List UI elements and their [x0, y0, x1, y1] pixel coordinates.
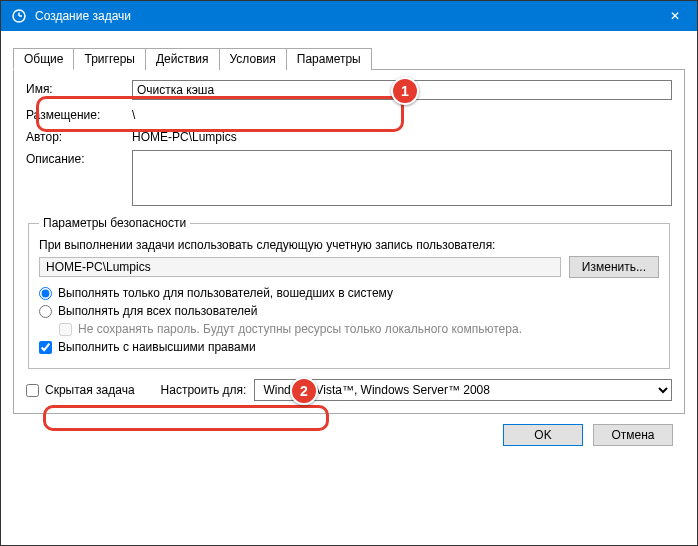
save-password-input — [59, 323, 72, 336]
tab-body-general: Имя: Размещение: \ Автор: HOME-PC\Lumpic… — [13, 70, 685, 414]
dialog-buttons: OK Отмена — [13, 414, 685, 458]
highest-priv-check[interactable]: Выполнить с наивысшими правами — [39, 340, 659, 354]
change-user-button[interactable]: Изменить... — [569, 256, 659, 278]
hidden-task-input[interactable] — [26, 384, 39, 397]
author-label: Автор: — [26, 128, 126, 144]
cancel-button[interactable]: Отмена — [593, 424, 673, 446]
tab-actions[interactable]: Действия — [145, 48, 220, 70]
location-value: \ — [132, 106, 135, 122]
configure-for-label: Настроить для: — [161, 383, 247, 397]
account-hint: При выполнении задачи использовать следу… — [39, 238, 659, 252]
security-group: Параметры безопасности При выполнении за… — [28, 216, 670, 369]
author-value: HOME-PC\Lumpics — [132, 128, 237, 144]
name-input[interactable] — [132, 80, 672, 100]
highest-priv-input[interactable] — [39, 341, 52, 354]
tab-bar: Общие Триггеры Действия Условия Параметр… — [13, 47, 685, 70]
window-title: Создание задачи — [35, 9, 131, 23]
description-label: Описание: — [26, 150, 126, 166]
highest-priv-label: Выполнить с наивысшими правами — [58, 340, 256, 354]
radio-logged-on-input[interactable] — [39, 287, 52, 300]
security-legend: Параметры безопасности — [39, 216, 190, 230]
clock-icon — [11, 8, 27, 24]
radio-logged-on[interactable]: Выполнять только для пользователей, воше… — [39, 286, 659, 300]
location-label: Размещение: — [26, 106, 126, 122]
hidden-task-label: Скрытая задача — [45, 383, 135, 397]
save-password-check: Не сохранять пароль. Будут доступны ресу… — [59, 322, 659, 336]
ok-button[interactable]: OK — [503, 424, 583, 446]
close-button[interactable]: ✕ — [652, 1, 697, 31]
titlebar: Создание задачи ✕ — [1, 1, 697, 31]
radio-any-user[interactable]: Выполнять для всех пользователей — [39, 304, 659, 318]
configure-for-select[interactable]: Windows Vista™, Windows Server™ 2008 — [254, 379, 672, 401]
tab-settings[interactable]: Параметры — [286, 48, 372, 70]
name-label: Имя: — [26, 80, 126, 96]
radio-logged-on-label: Выполнять только для пользователей, воше… — [58, 286, 393, 300]
dialog-content: Общие Триггеры Действия Условия Параметр… — [1, 31, 697, 470]
hidden-task-check[interactable]: Скрытая задача — [26, 383, 135, 397]
description-input[interactable] — [132, 150, 672, 206]
radio-any-user-label: Выполнять для всех пользователей — [58, 304, 257, 318]
save-password-label: Не сохранять пароль. Будут доступны ресу… — [78, 322, 522, 336]
radio-any-user-input[interactable] — [39, 305, 52, 318]
tab-conditions[interactable]: Условия — [219, 48, 287, 70]
tab-triggers[interactable]: Триггеры — [73, 48, 146, 70]
account-value: HOME-PC\Lumpics — [39, 257, 561, 277]
tab-general[interactable]: Общие — [13, 48, 74, 70]
close-icon: ✕ — [670, 9, 680, 23]
